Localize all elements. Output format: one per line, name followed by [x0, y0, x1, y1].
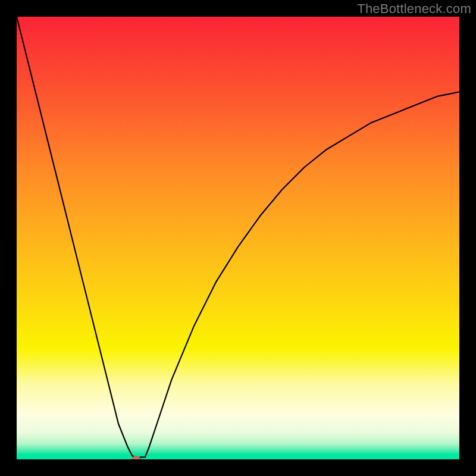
watermark-text: TheBottleneck.com [357, 1, 471, 17]
bottleneck-curve [17, 17, 459, 459]
curve-svg [17, 17, 459, 459]
plot-area [17, 17, 459, 459]
chart-frame: TheBottleneck.com [0, 0, 476, 476]
